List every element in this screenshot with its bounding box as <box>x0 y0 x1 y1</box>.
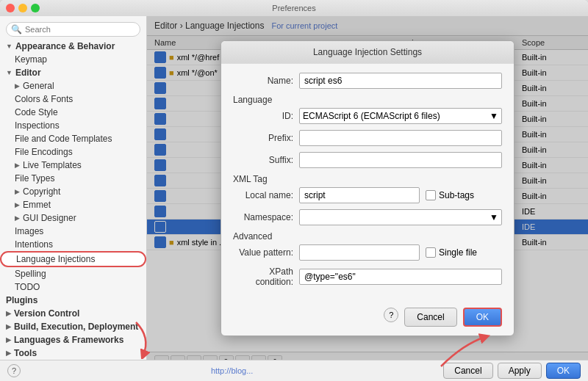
single-file-label: Single file <box>439 247 477 258</box>
sidebar-item-languages[interactable]: ▶ Languages & Frameworks <box>0 333 146 346</box>
sidebar-item-build[interactable]: ▶ Build, Execution, Deployment <box>0 320 146 333</box>
id-label: ID: <box>233 111 299 121</box>
sidebar-item-label: TODO <box>15 282 40 292</box>
sidebar-item-inspections[interactable]: Inspections <box>0 119 146 132</box>
bottom-action-buttons: Cancel Apply OK <box>443 363 581 379</box>
cancel-button[interactable]: Cancel <box>404 308 456 327</box>
sidebar-item-label: Copyright <box>23 186 60 197</box>
sidebar-item-spelling[interactable]: Spelling <box>0 267 146 280</box>
sidebar-item-tools[interactable]: ▶ Tools <box>0 346 146 360</box>
expand-icon: ▼ <box>6 43 12 50</box>
xml-tag-section-label: XML Tag <box>233 174 502 184</box>
value-pattern-row: Value pattern: Single file <box>233 244 502 261</box>
id-row: ID: ECMAScript 6 (ECMAScript 6 files) ▼ <box>233 108 502 124</box>
sidebar-item-label: Emmet <box>23 200 51 210</box>
expand-icon: ▶ <box>6 349 11 357</box>
expand-icon: ▶ <box>15 162 20 169</box>
dialog-overlay: Language Injection Settings Name: Langua… <box>147 16 588 360</box>
sidebar-item-label: Keymap <box>15 54 47 65</box>
minimize-button[interactable] <box>18 4 27 12</box>
traffic-lights <box>6 4 40 12</box>
ok-button[interactable]: OK <box>546 363 581 379</box>
xpath-input[interactable] <box>299 269 502 285</box>
prefix-label: Prefix: <box>233 133 299 143</box>
sidebar-item-file-types[interactable]: File Types <box>0 172 146 185</box>
suffix-input[interactable] <box>299 152 502 168</box>
sidebar-item-label: Colors & Fonts <box>15 94 73 104</box>
sidebar: 🔍 ▼ Appearance & Behavior Keymap ▼ Edito… <box>0 16 147 360</box>
ok-button[interactable]: OK <box>463 308 502 327</box>
sidebar-item-label: Version Control <box>14 308 79 319</box>
sidebar-item-editor[interactable]: ▼ Editor <box>0 66 146 79</box>
dialog-title: Language Injection Settings <box>221 41 514 64</box>
help-icon[interactable]: ? <box>7 364 21 377</box>
expand-icon: ▶ <box>6 336 11 344</box>
namespace-label: Namespace: <box>233 212 299 222</box>
expand-icon: ▶ <box>15 82 20 90</box>
sidebar-item-label: Build, Execution, Deployment <box>14 322 138 332</box>
expand-icon: ▶ <box>15 188 20 195</box>
value-pattern-input[interactable] <box>299 244 420 261</box>
sidebar-item-live-templates[interactable]: ▶ Live Templates <box>0 159 146 172</box>
expand-icon: ▶ <box>6 310 11 317</box>
url-text: http://blog... <box>211 366 253 375</box>
sidebar-item-gui-designer[interactable]: ▶ GUI Designer <box>0 211 146 225</box>
local-name-input[interactable] <box>299 187 420 203</box>
search-input[interactable] <box>25 25 135 34</box>
suffix-label: Suffix: <box>233 155 299 165</box>
sidebar-item-language-injections[interactable]: Language Injections <box>0 251 146 267</box>
suffix-row: Suffix: <box>233 152 502 168</box>
name-label: Name: <box>233 76 299 86</box>
sidebar-item-file-encodings[interactable]: File Encodings <box>0 145 146 159</box>
help-button[interactable]: ? <box>384 308 398 322</box>
sidebar-item-keymap[interactable]: Keymap <box>0 53 146 66</box>
language-section-label: Language <box>233 95 502 105</box>
namespace-row: Namespace: ▼ <box>233 209 502 225</box>
name-input[interactable] <box>299 73 502 89</box>
dropdown-arrow-icon: ▼ <box>490 111 498 121</box>
sidebar-item-general[interactable]: ▶ General <box>0 79 146 92</box>
sidebar-item-colors-fonts[interactable]: Colors & Fonts <box>0 92 146 106</box>
preferences-window: Preferences 🔍 ▼ Appearance & Behavior Ke… <box>0 0 588 381</box>
sidebar-item-copyright[interactable]: ▶ Copyright <box>0 185 146 198</box>
apply-button[interactable]: Apply <box>498 363 542 379</box>
sidebar-item-label: Plugins <box>6 295 37 305</box>
sidebar-item-label: Tools <box>14 348 37 358</box>
sidebar-item-label: File and Code Templates <box>15 134 112 144</box>
sidebar-item-plugins[interactable]: Plugins <box>0 294 146 307</box>
maximize-button[interactable] <box>31 4 40 12</box>
xpath-label: XPath condition: <box>233 266 299 287</box>
sidebar-item-todo[interactable]: TODO <box>0 280 146 294</box>
sidebar-item-code-style[interactable]: Code Style <box>0 106 146 119</box>
sidebar-item-label: Appearance & Behavior <box>15 41 115 51</box>
xpath-row: XPath condition: <box>233 266 502 287</box>
id-select[interactable]: ECMAScript 6 (ECMAScript 6 files) ▼ <box>299 108 502 124</box>
window-title: Preferences <box>272 4 315 12</box>
sidebar-item-appearance[interactable]: ▼ Appearance & Behavior <box>0 40 146 53</box>
sidebar-item-emmet[interactable]: ▶ Emmet <box>0 198 146 211</box>
cancel-button[interactable]: Cancel <box>443 363 492 379</box>
search-box[interactable]: 🔍 <box>6 22 140 37</box>
sub-tags-checkbox[interactable] <box>426 190 436 200</box>
sub-tags-label: Sub-tags <box>439 190 474 200</box>
sidebar-item-file-code-templates[interactable]: File and Code Templates <box>0 132 146 145</box>
single-file-checkbox[interactable] <box>426 247 436 258</box>
status-bar: ? http://blog... Cancel Apply OK <box>0 360 588 381</box>
dialog-footer: ? Cancel OK <box>221 302 514 335</box>
local-name-row: Local name: Sub-tags <box>233 187 502 203</box>
sidebar-item-intentions[interactable]: Intentions <box>0 238 146 251</box>
expand-icon: ▶ <box>6 323 11 330</box>
sidebar-item-label: File Types <box>15 173 54 184</box>
sidebar-item-label: Editor <box>15 68 41 78</box>
namespace-select[interactable]: ▼ <box>299 209 502 225</box>
close-button[interactable] <box>6 4 15 12</box>
sidebar-item-version-control[interactable]: ▶ Version Control <box>0 307 146 320</box>
right-panel: Editor › Language Injections For current… <box>147 16 588 360</box>
expand-icon: ▶ <box>15 201 20 208</box>
sidebar-item-images[interactable]: Images <box>0 225 146 238</box>
expand-icon: ▶ <box>15 214 20 222</box>
language-injection-dialog: Language Injection Settings Name: Langua… <box>220 40 514 336</box>
sidebar-item-label: File Encodings <box>15 147 73 157</box>
prefix-input[interactable] <box>299 130 502 146</box>
sidebar-item-label: Code Style <box>15 107 58 117</box>
